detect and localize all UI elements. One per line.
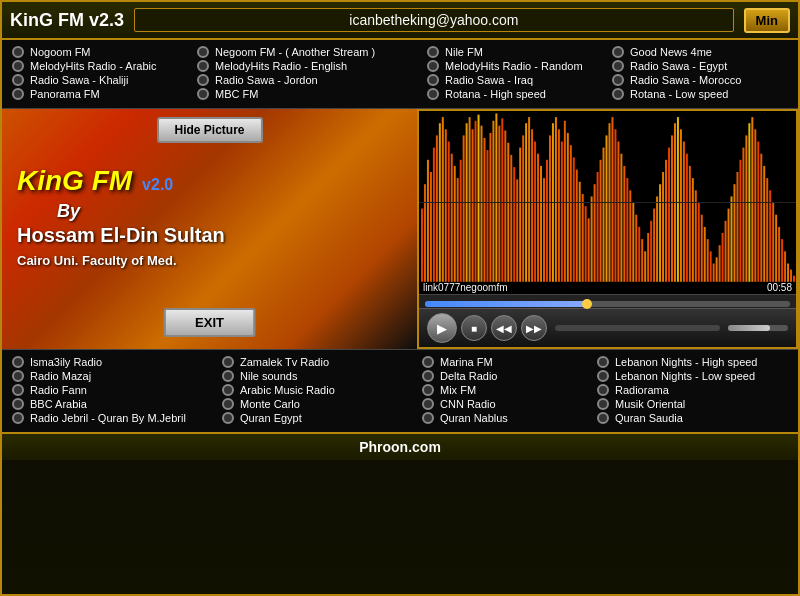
station-label[interactable]: Panorama FM	[30, 88, 100, 100]
station-label[interactable]: Zamalek Tv Radio	[240, 356, 329, 368]
radio-button[interactable]	[197, 74, 209, 86]
play-button[interactable]: ▶	[427, 313, 457, 343]
station-label[interactable]: Radio Sawa - Iraq	[445, 74, 533, 86]
radio-button[interactable]	[612, 46, 624, 58]
station-label[interactable]: Radio Sawa - Jordon	[215, 74, 318, 86]
station-label[interactable]: Isma3ily Radio	[30, 356, 102, 368]
station-label[interactable]: Lebanon Nights - Low speed	[615, 370, 755, 382]
radio-button[interactable]	[422, 370, 434, 382]
station-col: Quran Saudia	[597, 412, 800, 424]
exit-button[interactable]: EXIT	[163, 308, 256, 337]
station-label[interactable]: Radio Sawa - Khaliji	[30, 74, 128, 86]
station-label[interactable]: BBC Arabia	[30, 398, 87, 410]
station-label[interactable]: Nogoom FM	[30, 46, 91, 58]
station-label[interactable]: Radiorama	[615, 384, 669, 396]
radio-button[interactable]	[222, 384, 234, 396]
radio-button[interactable]	[12, 384, 24, 396]
svg-rect-53	[576, 170, 578, 282]
station-label[interactable]: Nile sounds	[240, 370, 297, 382]
station-col: Nogoom FM	[12, 46, 197, 58]
radio-button[interactable]	[222, 370, 234, 382]
svg-rect-24	[489, 133, 491, 282]
radio-button[interactable]	[222, 356, 234, 368]
radio-button[interactable]	[12, 370, 24, 382]
station-label[interactable]: Nile FM	[445, 46, 483, 58]
station-label[interactable]: Arabic Music Radio	[240, 384, 335, 396]
radio-button[interactable]	[12, 46, 24, 58]
svg-rect-79	[653, 209, 655, 282]
minimize-button[interactable]: Min	[744, 8, 790, 33]
station-label[interactable]: Quran Egypt	[240, 412, 302, 424]
radio-button[interactable]	[612, 74, 624, 86]
station-label[interactable]: Musik Oriental	[615, 398, 685, 410]
radio-button[interactable]	[12, 398, 24, 410]
radio-button[interactable]	[427, 88, 439, 100]
station-label[interactable]: CNN Radio	[440, 398, 496, 410]
radio-button[interactable]	[597, 398, 609, 410]
station-label[interactable]: Radio Mazaj	[30, 370, 91, 382]
radio-button[interactable]	[222, 412, 234, 424]
radio-button[interactable]	[422, 398, 434, 410]
volume-bar[interactable]	[728, 325, 788, 331]
station-label[interactable]: Negoom FM - ( Another Stream )	[215, 46, 375, 58]
radio-button[interactable]	[427, 74, 439, 86]
logo-by: By	[57, 201, 80, 222]
station-label[interactable]: MelodyHits Radio - Random	[445, 60, 583, 72]
radio-button[interactable]	[12, 88, 24, 100]
radio-button[interactable]	[597, 370, 609, 382]
svg-rect-17	[469, 117, 471, 282]
prev-button[interactable]: ◀◀	[491, 315, 517, 341]
seek-bar[interactable]	[555, 325, 720, 331]
radio-button[interactable]	[197, 46, 209, 58]
radio-button[interactable]	[597, 384, 609, 396]
stop-button[interactable]: ■	[461, 315, 487, 341]
progress-knob[interactable]	[582, 299, 592, 309]
radio-button[interactable]	[422, 356, 434, 368]
station-label[interactable]: Lebanon Nights - High speed	[615, 356, 757, 368]
station-label[interactable]: MBC FM	[215, 88, 258, 100]
radio-button[interactable]	[427, 60, 439, 72]
radio-button[interactable]	[597, 356, 609, 368]
station-label[interactable]: MelodyHits Radio - English	[215, 60, 347, 72]
station-label[interactable]: Radio Sawa - Morocco	[630, 74, 741, 86]
radio-button[interactable]	[612, 88, 624, 100]
radio-button[interactable]	[12, 356, 24, 368]
radio-button[interactable]	[197, 60, 209, 72]
radio-button[interactable]	[197, 88, 209, 100]
station-label[interactable]: Quran Nablus	[440, 412, 508, 424]
radio-button[interactable]	[12, 412, 24, 424]
station-label[interactable]: Delta Radio	[440, 370, 497, 382]
station-row-bottom-2: Radio FannArabic Music RadioMix FMRadior…	[12, 384, 788, 396]
station-label[interactable]: Rotana - High speed	[445, 88, 546, 100]
next-button[interactable]: ▶▶	[521, 315, 547, 341]
station-label[interactable]: Good News 4me	[630, 46, 712, 58]
hide-picture-button[interactable]: Hide Picture	[156, 117, 262, 143]
radio-button[interactable]	[12, 74, 24, 86]
radio-button[interactable]	[427, 46, 439, 58]
station-label[interactable]: Quran Saudia	[615, 412, 683, 424]
svg-rect-60	[597, 172, 599, 282]
svg-rect-4	[430, 172, 432, 282]
svg-rect-82	[662, 172, 664, 282]
station-label[interactable]: Rotana - Low speed	[630, 88, 728, 100]
radio-button[interactable]	[12, 60, 24, 72]
radio-button[interactable]	[222, 398, 234, 410]
station-label[interactable]: Mix FM	[440, 384, 476, 396]
radio-button[interactable]	[422, 412, 434, 424]
svg-rect-126	[793, 276, 795, 282]
station-label[interactable]: Marina FM	[440, 356, 493, 368]
svg-rect-30	[507, 143, 509, 282]
svg-rect-73	[635, 215, 637, 282]
station-label[interactable]: Radio Jebril - Quran By M.Jebril	[30, 412, 186, 424]
radio-button[interactable]	[422, 384, 434, 396]
station-label[interactable]: Radio Sawa - Egypt	[630, 60, 727, 72]
station-label[interactable]: Monte Carlo	[240, 398, 300, 410]
radio-button[interactable]	[597, 412, 609, 424]
svg-rect-41	[540, 166, 542, 282]
station-label[interactable]: MelodyHits Radio - Arabic	[30, 60, 157, 72]
svg-rect-81	[659, 184, 661, 282]
svg-rect-8	[442, 117, 444, 282]
station-label[interactable]: Radio Fann	[30, 384, 87, 396]
radio-button[interactable]	[612, 60, 624, 72]
svg-rect-120	[775, 215, 777, 282]
